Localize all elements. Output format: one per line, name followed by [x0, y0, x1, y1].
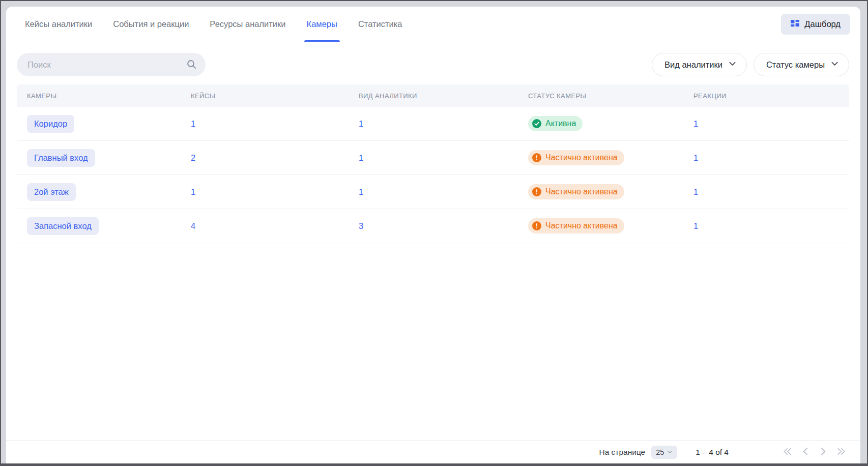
- reactions-count-link[interactable]: 1: [693, 187, 698, 196]
- table-row: 2ой этаж 1 1 Частично активена 1: [17, 175, 849, 209]
- filter-camera-status-label: Статус камеры: [766, 60, 825, 70]
- analytics-count-link[interactable]: 1: [359, 119, 363, 128]
- tab-statistics[interactable]: Статистика: [358, 7, 402, 42]
- chevron-down-icon: [729, 60, 736, 70]
- reactions-count-link[interactable]: 1: [693, 153, 698, 162]
- last-page-button[interactable]: [835, 446, 847, 458]
- first-page-button[interactable]: [782, 446, 793, 458]
- prev-page-button[interactable]: [801, 446, 811, 458]
- per-page-label: На странице: [599, 448, 645, 457]
- status-badge: Частично активена: [528, 150, 624, 165]
- column-header-cameras: КАМЕРЫ: [17, 92, 191, 100]
- status-badge: Частично активена: [528, 184, 624, 199]
- cameras-table: КАМЕРЫ КЕЙСЫ ВИД АНАЛИТИКИ СТАТУС КАМЕРЫ…: [17, 84, 849, 243]
- camera-name-pill[interactable]: Главный вход: [27, 149, 95, 167]
- tab-analytics-resources[interactable]: Ресурсы аналитики: [210, 7, 285, 42]
- tab-cameras[interactable]: Камеры: [307, 7, 337, 42]
- camera-name-pill[interactable]: 2ой этаж: [27, 183, 76, 201]
- camera-name-pill[interactable]: Запасной вход: [27, 217, 99, 235]
- analytics-count-link[interactable]: 1: [359, 187, 363, 196]
- table-header-row: КАМЕРЫ КЕЙСЫ ВИД АНАЛИТИКИ СТАТУС КАМЕРЫ…: [17, 84, 849, 107]
- camera-name-pill[interactable]: Коридор: [27, 115, 74, 133]
- search-input[interactable]: [17, 53, 206, 76]
- analytics-count-link[interactable]: 3: [359, 221, 363, 230]
- exclamation-circle-icon: [532, 187, 541, 196]
- tab-analytics-cases[interactable]: Кейсы аналитики: [25, 7, 92, 42]
- exclamation-circle-icon: [532, 221, 541, 230]
- column-header-analytics-type: ВИД АНАЛИТИКИ: [359, 92, 528, 100]
- dashboard-button[interactable]: Дашборд: [781, 14, 850, 35]
- next-page-button[interactable]: [818, 446, 828, 458]
- reactions-count-link[interactable]: 1: [693, 221, 698, 230]
- filter-group: Вид аналитики Статус камеры: [652, 53, 849, 76]
- check-circle-icon: [532, 119, 541, 128]
- tab-events-reactions[interactable]: События и реакции: [113, 7, 189, 42]
- tabs-bar: Кейсы аналитики События и реакции Ресурс…: [6, 7, 860, 42]
- cases-count-link[interactable]: 4: [191, 221, 195, 230]
- table-empty-space: [6, 243, 860, 440]
- per-page-select[interactable]: 25: [651, 446, 677, 459]
- cases-count-link[interactable]: 2: [191, 153, 195, 162]
- chevron-left-icon: [802, 447, 809, 457]
- status-badge: Частично активена: [528, 218, 624, 234]
- chevron-down-icon: [831, 60, 838, 70]
- double-chevron-right-icon: [836, 447, 846, 457]
- column-header-reactions: РЕАКЦИИ: [693, 92, 849, 100]
- table-row: Коридор 1 1 Активна 1: [17, 107, 849, 141]
- status-badge-label: Частично активена: [545, 221, 618, 230]
- exclamation-circle-icon: [532, 153, 541, 162]
- status-badge-label: Активна: [545, 119, 576, 128]
- analytics-count-link[interactable]: 1: [359, 153, 363, 162]
- pagination-footer: На странице 25 1 – 4 of 4: [6, 440, 860, 463]
- table-row: Главный вход 2 1 Частично активена 1: [17, 141, 849, 175]
- chevron-down-icon: [667, 448, 673, 456]
- pager-controls: [782, 446, 847, 458]
- per-page-value: 25: [656, 448, 664, 456]
- filter-analytics-type-label: Вид аналитики: [664, 60, 722, 70]
- filter-analytics-type[interactable]: Вид аналитики: [652, 53, 747, 76]
- double-chevron-left-icon: [783, 447, 792, 457]
- dashboard-button-label: Дашборд: [804, 19, 841, 29]
- table-row: Запасной вход 4 3 Частично активена 1: [17, 209, 849, 243]
- tab-list: Кейсы аналитики События и реакции Ресурс…: [25, 7, 402, 42]
- cases-count-link[interactable]: 1: [191, 119, 195, 128]
- status-badge-label: Частично активена: [545, 153, 618, 162]
- filter-camera-status[interactable]: Статус камеры: [754, 53, 849, 76]
- column-header-cases: КЕЙСЫ: [191, 92, 359, 100]
- search-box: [17, 53, 206, 76]
- reactions-count-link[interactable]: 1: [693, 119, 698, 128]
- cases-count-link[interactable]: 1: [191, 187, 195, 196]
- app-window: Кейсы аналитики События и реакции Ресурс…: [0, 0, 868, 466]
- toolbar: Вид аналитики Статус камеры: [6, 42, 860, 84]
- status-badge-label: Частично активена: [545, 187, 618, 196]
- pagination-range: 1 – 4 of 4: [696, 448, 729, 457]
- content-card: Кейсы аналитики События и реакции Ресурс…: [6, 7, 860, 463]
- column-header-camera-status: СТАТУС КАМЕРЫ: [528, 92, 693, 100]
- chevron-right-icon: [819, 447, 827, 457]
- dashboard-grid-icon: [791, 20, 799, 28]
- status-badge: Активна: [528, 116, 583, 131]
